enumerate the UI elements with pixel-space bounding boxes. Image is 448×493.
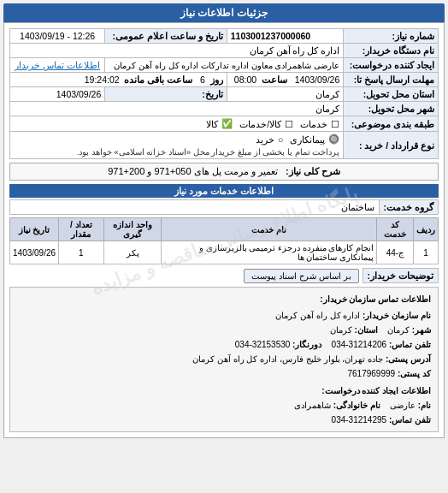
noe-kharid-item[interactable]: ○ خرید xyxy=(256,134,283,145)
info-table: شماره نیاز: 1103001237000060 تاریخ و ساع… xyxy=(9,28,439,159)
nam-label-b: نام: xyxy=(418,401,431,410)
tabaqe-kala-label: کالا xyxy=(206,119,218,129)
noe-paymast-item[interactable]: 🔘 پیمانکاری xyxy=(290,134,339,145)
nam-khanevadegi-value-b: شاهمرادی xyxy=(294,401,331,410)
header-title: جزئیات اطلاعات نیاز xyxy=(180,7,268,19)
col-code: کد خدمت xyxy=(376,218,413,241)
tarikh-value: 1403/09/19 - 12:26 xyxy=(10,29,105,44)
ostan-label-b: استان: xyxy=(354,325,377,335)
group-value: ساختمان xyxy=(9,199,379,215)
col-name: نام خدمت xyxy=(162,218,376,241)
ettelaat-ejad-title: اطلاعات ایجاد کننده درخواست: xyxy=(321,386,431,395)
shomara-niyaz-label: شماره نیاز: xyxy=(344,29,439,44)
cell-tedad: 1 xyxy=(59,241,103,264)
group-row: گروه خدمت: ساختمان xyxy=(9,199,439,215)
noe-description: پرداخت تمام یا بخشی از مبلغ خریدار محل «… xyxy=(76,147,339,157)
saaat-value: 08:00 xyxy=(234,74,256,85)
tabaqe-label: طبقه بندی موضوعی: xyxy=(344,116,439,132)
shahr-label-b: شهر: xyxy=(412,325,431,335)
ostan-tahvil-value: کرمان xyxy=(227,87,344,102)
bottom-info: اطلاعات تماس سازمان خریدار: نام سازمان خ… xyxy=(9,287,439,432)
main-box: شماره نیاز: 1103001237000060 تاریخ و ساع… xyxy=(3,22,445,438)
shahr-value-b: کرمان xyxy=(387,325,410,335)
tabaqe-khadamat-label: کالا/خدمات xyxy=(239,119,281,129)
sharh-koli-box: شرح کلی نیاز: تعمیر و مرمت پل های 050+97… xyxy=(9,163,439,181)
rooz-value: 6 xyxy=(200,74,205,85)
cell-tarikh: 1403/09/26 xyxy=(10,241,59,264)
faks-value-b: 32153530-034 xyxy=(235,340,291,349)
faks-label-b: دورنگار: xyxy=(292,340,321,349)
noe-gharardad-value: ○ خرید 🔘 پیمانکاری پرداخت تمام یا بخشی ا… xyxy=(10,132,344,159)
sharh-koli-label: شرح کلی نیاز: xyxy=(286,166,340,176)
shomara-niyaz-value: 1103001237000060 xyxy=(227,29,344,44)
noe-paymast-label: پیمانکاری xyxy=(290,134,325,145)
mohlat-ersaal-value: 1403/09/26 ساعت 08:00 xyxy=(227,73,344,87)
adres-value-b: جاده تهران، بلوار خلیج فارس، اداره کل را… xyxy=(192,354,383,364)
page-container: جزئیات اطلاعات نیاز شماره نیاز: 11030012… xyxy=(0,0,448,442)
col-tarikh: تاریخ نیاز xyxy=(10,218,59,241)
tabaqe-khadamat-only-item[interactable]: ☐ خدمات xyxy=(300,119,339,129)
nam-khanevadegi-label-b: نام خانوادگی: xyxy=(333,401,380,410)
header-bar: جزئیات اطلاعات نیاز xyxy=(3,3,445,22)
tarikh-label2: تاریخ: xyxy=(105,87,227,102)
rooz-baqi: روز 6 ساعت باقی مانده 19:24:02 xyxy=(10,73,227,87)
telfon2-value-b: 31214295-034 xyxy=(332,415,387,425)
note-label: توضیحات خریدار: xyxy=(363,268,439,283)
col-tedad: تعداد / مقدار xyxy=(59,218,103,241)
tarikh-label: تاریخ و ساعت اعلام عمومی: xyxy=(105,29,227,44)
group-label: گروه خدمت: xyxy=(379,199,439,215)
name-sazman-value: اداره کل راه آهن کرمان xyxy=(10,44,344,58)
ostan-tahvil-label: استان محل تحویل: xyxy=(344,87,439,102)
ettelaat-khadamat-title: اطلاعات خدمات مورد نیاز xyxy=(174,186,274,196)
cell-name: انجام کارهای منفرده درجزء ترمیمی بالزیرس… xyxy=(162,241,376,264)
noe-gharardad-label: نوع قرارداد / خرید : xyxy=(344,132,439,159)
note-row: توضیحات خریدار: بر اساس شرح اسناد پیوست xyxy=(9,268,439,283)
mohlat-ersaal-label: مهلت ارسال پاسخ تا: xyxy=(344,73,439,87)
telfon-label-b: تلفن تماس: xyxy=(389,340,431,349)
tarikh-value2: 1403/09/26 xyxy=(10,87,105,102)
rooz-label: روز xyxy=(210,74,223,85)
tabaqe-khadamat-item[interactable]: ☐ کالا/خدمات xyxy=(239,119,293,129)
code-posti-label-b: کد پستی: xyxy=(398,369,431,378)
shahr-mahval-label: شهر محل تحویل: xyxy=(344,102,439,116)
tabaqe-kala-item[interactable]: ✅ کالا xyxy=(206,118,233,129)
sharh-koli-value: تعمیر و مرمت پل های 050+971 و 200+971 xyxy=(108,166,278,176)
mohlat-date: 1403/09/26 xyxy=(295,74,340,85)
watermark-area: پایگاه اطلاع رسانی مناقصه و مزایده ردیف … xyxy=(9,217,439,264)
name-sazman-label-b: نام سازمان خریدار: xyxy=(363,311,431,320)
ettelaat-tamas-title: اطلاعات تماس سازمان خریدار: xyxy=(320,294,431,304)
note-button[interactable]: بر اساس شرح اسناد پیوست xyxy=(244,269,358,283)
cell-vahed: پکر xyxy=(103,241,162,264)
ostan-value-b: کرمان xyxy=(330,325,352,335)
noe-kharid-label: خرید xyxy=(256,134,274,145)
table-row: 1ج-44انجام کارهای منفرده درجزء ترمیمی با… xyxy=(10,241,439,264)
tabaqe-value: ✅ کالا ☐ کالا/خدمات ☐ خدمات xyxy=(10,116,344,132)
code-posti-value-b: 7617969999 xyxy=(347,369,395,378)
name-sazman-value-b: اداره کل راه آهن کرمان xyxy=(275,311,360,320)
ejad-konande-value: عارضی شاهمرادی معاون اداره تدارکات اداره… xyxy=(105,58,344,73)
services-table: ردیف کد خدمت نام خدمت واحد اندازه گیری ت… xyxy=(9,217,439,264)
tabaqe-khadamat-only-label: خدمات xyxy=(300,119,327,129)
col-radif: ردیف xyxy=(414,218,439,241)
ettelaat-tamas-link[interactable]: اطلاعات تماس خریدار xyxy=(15,60,100,70)
ettelaat-khadamat-header: اطلاعات خدمات مورد نیاز xyxy=(9,184,439,198)
saaat-baqi-label: ساعت باقی مانده xyxy=(124,74,192,85)
name-sazman-label: نام دستگاه خریدار: xyxy=(344,44,439,58)
ejad-konande-label: ایجاد کننده درخواست: xyxy=(344,58,439,73)
telfon-value-b: 31214206-034 xyxy=(332,340,387,349)
col-vahed: واحد اندازه گیری xyxy=(103,218,162,241)
saaat-label: ساعت xyxy=(262,74,287,85)
saaat-baqi-value: 19:24:02 xyxy=(85,74,120,85)
telfon2-label-b: تلفن تماس: xyxy=(389,415,431,425)
cell-radif: 1 xyxy=(414,241,439,264)
cell-code: ج-44 xyxy=(376,241,413,264)
nam-value-b: عارضی xyxy=(390,401,416,410)
shahr-mahval-value: کرمان xyxy=(10,102,344,116)
adres-label-b: آدرس پستی: xyxy=(386,354,431,364)
